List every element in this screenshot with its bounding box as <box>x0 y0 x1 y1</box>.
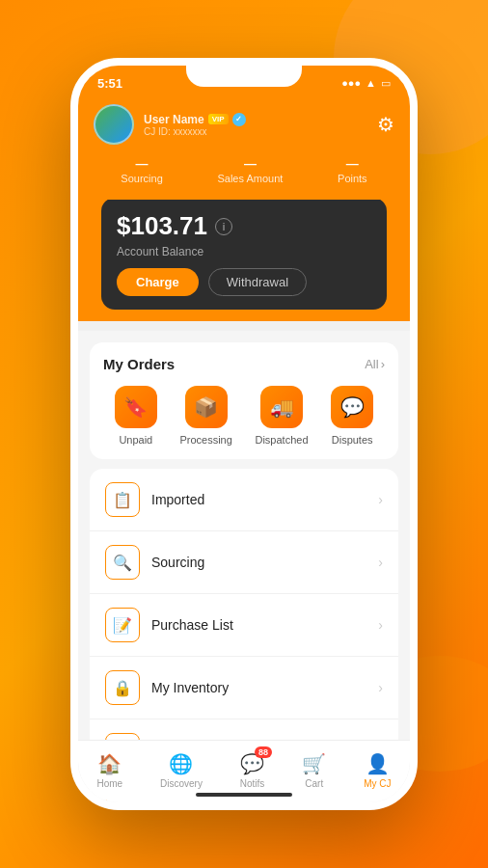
notifs-label: Notifs <box>240 778 265 789</box>
nav-my-cj[interactable]: 👤 My CJ <box>352 748 402 793</box>
status-time: 5:51 <box>97 76 122 91</box>
home-label: Home <box>96 778 122 789</box>
discovery-icon: 🌐 <box>169 752 193 775</box>
orders-header: My Orders All › <box>103 356 385 372</box>
order-processing[interactable]: 📦 Processing <box>179 386 231 446</box>
discovery-label: Discovery <box>160 778 203 789</box>
menu-purchase-list[interactable]: 📝 Purchase List › <box>90 594 398 657</box>
nav-cart[interactable]: 🛒 Cart <box>290 748 338 793</box>
order-disputes[interactable]: 💬 Disputes <box>331 386 373 446</box>
info-icon[interactable]: i <box>215 218 232 235</box>
wifi-icon: ▲ <box>366 77 376 89</box>
stat-sales[interactable]: — Sales Amount <box>217 156 283 184</box>
profile-name: User Name VIP ✓ <box>144 113 246 126</box>
purchase-chevron: › <box>378 617 383 633</box>
purchase-list-icon: 📝 <box>105 608 140 642</box>
order-unpaid[interactable]: 🔖 Unpaid <box>115 386 157 446</box>
dispatched-icon: 🚚 <box>260 386 303 428</box>
battery-icon: ▭ <box>381 77 391 90</box>
unpaid-label: Unpaid <box>119 434 152 446</box>
sourcing-menu-label: Sourcing <box>151 555 378 570</box>
my-cj-icon: 👤 <box>366 752 390 775</box>
sourcing-menu-icon: 🔍 <box>105 545 140 580</box>
sales-label: Sales Amount <box>217 173 283 184</box>
profile-info: User Name VIP ✓ CJ ID: xxxxxxx <box>144 113 246 137</box>
inventory-chevron: › <box>378 680 383 695</box>
balance-actions: Charge Withdrawal <box>117 268 371 296</box>
signal-icon: ●●● <box>341 77 361 89</box>
home-indicator <box>196 793 292 797</box>
sourcing-label: Sourcing <box>121 173 162 184</box>
nav-notifs[interactable]: 💬 88 Notifs <box>229 748 277 793</box>
orders-title: My Orders <box>103 356 175 372</box>
disputes-icon: 💬 <box>331 386 373 428</box>
purchase-list-label: Purchase List <box>151 617 378 633</box>
avatar <box>94 104 134 145</box>
sourcing-chevron: › <box>378 555 383 570</box>
menu-imported[interactable]: 📋 Imported › <box>90 469 398 531</box>
imported-label: Imported <box>151 492 378 507</box>
profile-row: User Name VIP ✓ CJ ID: xxxxxxx ⚙ <box>94 96 394 156</box>
balance-card: $103.71 i Account Balance Charge Withdra… <box>101 200 387 310</box>
inventory-icon: 🔒 <box>105 670 140 705</box>
order-dispatched[interactable]: 🚚 Dispatched <box>255 386 308 446</box>
inventory-label: My Inventory <box>151 680 378 695</box>
settings-button[interactable]: ⚙ <box>377 113 394 136</box>
orders-card: My Orders All › 🔖 Unpaid 📦 <box>90 342 398 459</box>
orders-grid: 🔖 Unpaid 📦 Processing 🚚 Dispatched <box>103 386 385 446</box>
processing-label: Processing <box>179 434 231 446</box>
disputes-label: Disputes <box>332 434 373 446</box>
processing-icon: 📦 <box>185 386 228 428</box>
balance-amount: $103.71 i <box>117 211 371 241</box>
imported-chevron: › <box>378 492 383 507</box>
notif-wrapper: 💬 88 <box>240 752 264 775</box>
balance-label: Account Balance <box>117 245 371 258</box>
profile-left: User Name VIP ✓ CJ ID: xxxxxxx <box>94 104 246 145</box>
home-icon: 🏠 <box>97 752 122 775</box>
vip-badge: VIP <box>208 114 229 124</box>
withdrawal-button[interactable]: Withdrawal <box>208 268 307 296</box>
stats-row: — Sourcing — Sales Amount — Points <box>94 156 394 184</box>
charge-button[interactable]: Charge <box>117 268 199 296</box>
orders-all-button[interactable]: All › <box>365 357 385 371</box>
stat-points[interactable]: — Points <box>338 156 367 184</box>
points-label: Points <box>338 173 367 184</box>
menu-sourcing[interactable]: 🔍 Sourcing › <box>90 531 398 594</box>
scroll-area: $103.71 i Account Balance Charge Withdra… <box>78 200 410 802</box>
chevron-right-icon: › <box>381 357 385 371</box>
nav-home[interactable]: 🏠 Home <box>85 748 134 793</box>
my-cj-label: My CJ <box>364 778 391 789</box>
header-section: User Name VIP ✓ CJ ID: xxxxxxx ⚙ — Sourc… <box>78 96 410 200</box>
cart-icon: 🛒 <box>302 752 326 775</box>
notif-badge: 88 <box>255 746 272 758</box>
profile-id: CJ ID: xxxxxxx <box>144 126 246 137</box>
imported-icon: 📋 <box>105 482 140 517</box>
nav-discovery[interactable]: 🌐 Discovery <box>149 748 214 793</box>
points-value: — <box>338 156 367 171</box>
sales-value: — <box>217 156 283 171</box>
main-area: My Orders All › 🔖 Unpaid 📦 <box>78 331 410 802</box>
status-icons: ●●● ▲ ▭ <box>341 77 391 90</box>
cart-label: Cart <box>305 778 323 789</box>
stat-sourcing[interactable]: — Sourcing <box>121 156 162 184</box>
unpaid-icon: 🔖 <box>115 386 157 428</box>
verified-icon: ✓ <box>232 113 246 126</box>
sourcing-value: — <box>121 156 162 171</box>
menu-inventory[interactable]: 🔒 My Inventory › <box>90 657 398 719</box>
dispatched-label: Dispatched <box>255 434 308 446</box>
